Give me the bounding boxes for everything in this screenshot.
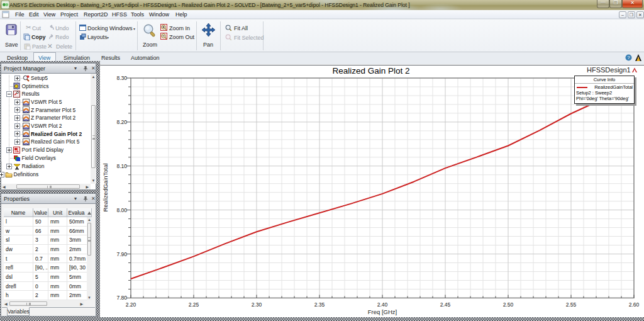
svg-text:2.50: 2.50 (503, 301, 514, 308)
svg-text:8.20: 8.20 (116, 119, 127, 125)
svg-text:7.90: 7.90 (116, 251, 127, 257)
svg-text:?: ? (627, 55, 630, 60)
svg-text:RealizedGainTotal: RealizedGainTotal (102, 163, 109, 211)
svg-text:2.30: 2.30 (252, 301, 262, 308)
svg-text:8.10: 8.10 (116, 163, 127, 169)
svg-text:2.45: 2.45 (440, 301, 451, 308)
svg-text:2.60: 2.60 (629, 301, 640, 308)
svg-text:Freq [GHz]: Freq [GHz] (368, 308, 397, 315)
svg-text:8.00: 8.00 (116, 207, 127, 213)
svg-text:2.55: 2.55 (566, 301, 577, 308)
svg-text:2.35: 2.35 (314, 301, 325, 308)
svg-text:8.30: 8.30 (116, 75, 127, 81)
svg-text:2.40: 2.40 (377, 301, 388, 308)
svg-text:7.80: 7.80 (116, 295, 127, 301)
svg-text:2.25: 2.25 (189, 301, 199, 308)
svg-text:2.20: 2.20 (126, 301, 136, 308)
